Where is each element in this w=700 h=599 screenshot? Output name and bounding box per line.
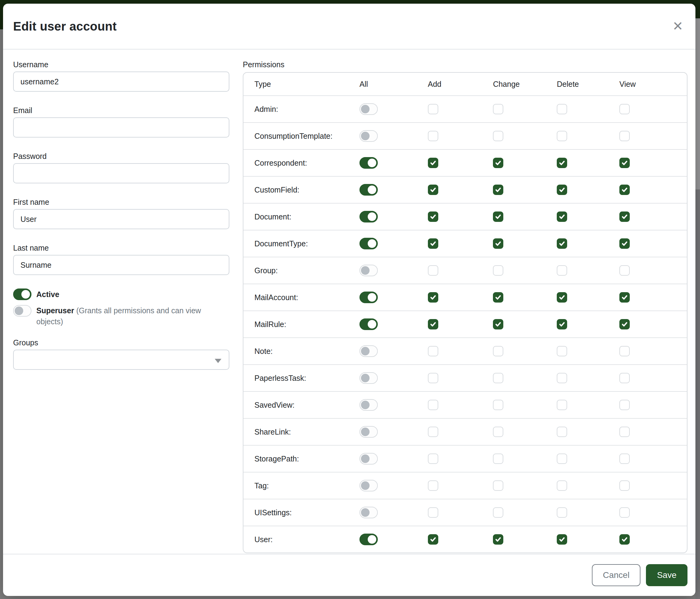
perm-savedview-add-checkbox[interactable] [428, 400, 438, 410]
cancel-button[interactable]: Cancel [592, 564, 641, 586]
perm-admin-change-checkbox[interactable] [493, 104, 503, 114]
perm-storagepath-all-toggle[interactable] [359, 453, 378, 464]
perm-user-add-checkbox[interactable] [428, 534, 438, 545]
perm-documenttype-add-checkbox[interactable] [428, 238, 438, 249]
perm-note-delete-checkbox[interactable] [557, 346, 567, 356]
perm-tag-change-checkbox[interactable] [493, 480, 503, 491]
perm-document-all-toggle[interactable] [359, 211, 378, 222]
perm-correspondent-view-checkbox[interactable] [619, 158, 630, 168]
perm-mailrule-all-toggle[interactable] [359, 318, 378, 330]
perm-paperlesstask-delete-checkbox[interactable] [557, 373, 567, 383]
perm-documenttype-change-checkbox[interactable] [493, 238, 503, 249]
perm-correspondent-change-checkbox[interactable] [493, 158, 503, 168]
close-button[interactable]: ✕ [670, 18, 686, 34]
perm-document-view-checkbox[interactable] [619, 212, 630, 222]
perm-note-change-checkbox[interactable] [493, 346, 503, 356]
username-input[interactable] [13, 72, 229, 92]
perm-group-add-checkbox[interactable] [428, 265, 438, 275]
perm-sharelink-change-checkbox[interactable] [493, 427, 503, 437]
perm-documenttype-delete-checkbox[interactable] [557, 238, 567, 249]
perm-savedview-all-toggle[interactable] [359, 399, 378, 411]
perm-paperlesstask-add-checkbox[interactable] [428, 373, 438, 383]
email-field[interactable] [13, 117, 229, 138]
perm-customfield-add-checkbox[interactable] [428, 185, 438, 195]
perm-admin-delete-checkbox[interactable] [557, 104, 567, 114]
perm-consumptiontemplate-view-checkbox[interactable] [619, 131, 630, 141]
groups-select[interactable] [13, 350, 229, 370]
perm-user-all-toggle[interactable] [359, 534, 378, 545]
perm-mailaccount-change-checkbox[interactable] [493, 292, 503, 303]
permission-type-label: User: [254, 535, 273, 544]
perm-storagepath-change-checkbox[interactable] [493, 454, 503, 464]
perm-consumptiontemplate-add-checkbox[interactable] [428, 131, 438, 141]
perm-documenttype-all-toggle[interactable] [359, 238, 378, 249]
perm-user-change-checkbox[interactable] [493, 534, 503, 545]
perm-customfield-change-checkbox[interactable] [493, 185, 503, 195]
perm-tag-add-checkbox[interactable] [428, 480, 438, 491]
perm-sharelink-delete-checkbox[interactable] [557, 427, 567, 437]
perm-note-all-toggle[interactable] [359, 345, 378, 357]
perm-storagepath-add-checkbox[interactable] [428, 454, 438, 464]
perm-admin-view-checkbox[interactable] [619, 104, 630, 114]
perm-uisettings-change-checkbox[interactable] [493, 507, 503, 518]
perm-note-add-checkbox[interactable] [428, 346, 438, 356]
perm-customfield-all-toggle[interactable] [359, 184, 378, 196]
perm-uisettings-view-checkbox[interactable] [619, 507, 630, 518]
perm-user-delete-checkbox[interactable] [557, 534, 567, 545]
permission-row-consumptiontemplate: ConsumptionTemplate: [243, 122, 687, 149]
perm-mailaccount-delete-checkbox[interactable] [557, 292, 567, 303]
page-scrollbar[interactable] [695, 18, 700, 599]
perm-uisettings-add-checkbox[interactable] [428, 507, 438, 518]
perm-mailrule-add-checkbox[interactable] [428, 319, 438, 330]
password-field[interactable] [13, 163, 229, 183]
first-name-input[interactable] [13, 209, 229, 229]
perm-consumptiontemplate-delete-checkbox[interactable] [557, 131, 567, 141]
perm-customfield-delete-checkbox[interactable] [557, 185, 567, 195]
perm-correspondent-add-checkbox[interactable] [428, 158, 438, 168]
perm-correspondent-all-toggle[interactable] [359, 157, 378, 169]
perm-mailaccount-add-checkbox[interactable] [428, 292, 438, 303]
perm-uisettings-delete-checkbox[interactable] [557, 507, 567, 518]
perm-admin-all-toggle[interactable] [359, 103, 378, 115]
perm-documenttype-view-checkbox[interactable] [619, 238, 630, 249]
save-button[interactable]: Save [646, 564, 688, 586]
perm-sharelink-add-checkbox[interactable] [428, 427, 438, 437]
perm-mailrule-view-checkbox[interactable] [619, 319, 630, 330]
superuser-toggle[interactable] [13, 305, 31, 317]
perm-group-view-checkbox[interactable] [619, 265, 630, 275]
perm-tag-delete-checkbox[interactable] [557, 480, 567, 491]
perm-tag-view-checkbox[interactable] [619, 480, 630, 491]
perm-tag-all-toggle[interactable] [359, 480, 378, 492]
perm-storagepath-view-checkbox[interactable] [619, 454, 630, 464]
perm-mailrule-change-checkbox[interactable] [493, 319, 503, 330]
perm-consumptiontemplate-change-checkbox[interactable] [493, 131, 503, 141]
perm-sharelink-all-toggle[interactable] [359, 426, 378, 438]
perm-group-all-toggle[interactable] [359, 265, 378, 276]
perm-mailaccount-view-checkbox[interactable] [619, 292, 630, 303]
perm-correspondent-delete-checkbox[interactable] [557, 158, 567, 168]
perm-storagepath-delete-checkbox[interactable] [557, 454, 567, 464]
perm-sharelink-view-checkbox[interactable] [619, 427, 630, 437]
perm-group-change-checkbox[interactable] [493, 265, 503, 275]
perm-savedview-delete-checkbox[interactable] [557, 400, 567, 410]
perm-document-delete-checkbox[interactable] [557, 212, 567, 222]
perm-paperlesstask-change-checkbox[interactable] [493, 373, 503, 383]
last-name-input[interactable] [13, 255, 229, 275]
page-scrollbar-thumb[interactable] [695, 18, 700, 190]
active-toggle[interactable] [13, 288, 31, 300]
perm-paperlesstask-view-checkbox[interactable] [619, 373, 630, 383]
perm-document-add-checkbox[interactable] [428, 212, 438, 222]
perm-savedview-view-checkbox[interactable] [619, 400, 630, 410]
perm-paperlesstask-all-toggle[interactable] [359, 372, 378, 384]
perm-user-view-checkbox[interactable] [619, 534, 630, 545]
perm-uisettings-all-toggle[interactable] [359, 507, 378, 518]
perm-group-delete-checkbox[interactable] [557, 265, 567, 275]
perm-consumptiontemplate-all-toggle[interactable] [359, 130, 378, 142]
perm-customfield-view-checkbox[interactable] [619, 185, 630, 195]
perm-mailaccount-all-toggle[interactable] [359, 291, 378, 303]
perm-admin-add-checkbox[interactable] [428, 104, 438, 114]
perm-note-view-checkbox[interactable] [619, 346, 630, 356]
perm-mailrule-delete-checkbox[interactable] [557, 319, 567, 330]
perm-savedview-change-checkbox[interactable] [493, 400, 503, 410]
perm-document-change-checkbox[interactable] [493, 212, 503, 222]
